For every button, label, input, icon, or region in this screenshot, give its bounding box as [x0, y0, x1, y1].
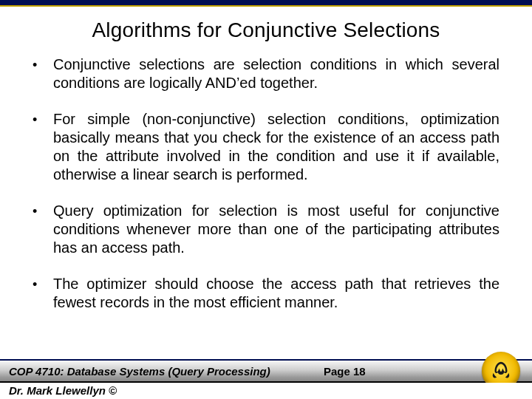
slide-content: • Conjunctive selections are selection c…	[0, 55, 532, 399]
list-item: • Conjunctive selections are selection c…	[33, 55, 499, 92]
bullet-text: The optimizer should choose the access p…	[53, 275, 499, 312]
list-item: • Query optimization for selection is mo…	[33, 202, 499, 257]
footer-author-line: Dr. Mark Llewellyn ©	[0, 383, 532, 399]
slide: Algorithms for Conjunctive Selections • …	[0, 0, 532, 399]
slide-title: Algorithms for Conjunctive Selections	[0, 7, 532, 55]
bullet-icon: •	[33, 110, 53, 129]
top-accent-bar	[0, 0, 532, 7]
bullet-list: • Conjunctive selections are selection c…	[33, 55, 499, 312]
bullet-text: Query optimization for selection is most…	[53, 202, 499, 257]
bullet-icon: •	[33, 275, 53, 293]
list-item: • For simple (non-conjunctive) selection…	[33, 110, 499, 184]
footer: COP 4710: Database Systems (Query Proces…	[0, 359, 532, 399]
bullet-text: For simple (non-conjunctive) selection c…	[53, 110, 499, 184]
bullet-icon: •	[33, 202, 53, 220]
footer-bar: COP 4710: Database Systems (Query Proces…	[0, 359, 532, 383]
bullet-text: Conjunctive selections are selection con…	[53, 55, 499, 92]
list-item: • The optimizer should choose the access…	[33, 275, 499, 312]
bullet-icon: •	[33, 55, 53, 74]
footer-page-label: Page 18	[324, 365, 366, 378]
footer-course-label: COP 4710: Database Systems (Query Proces…	[9, 365, 270, 378]
